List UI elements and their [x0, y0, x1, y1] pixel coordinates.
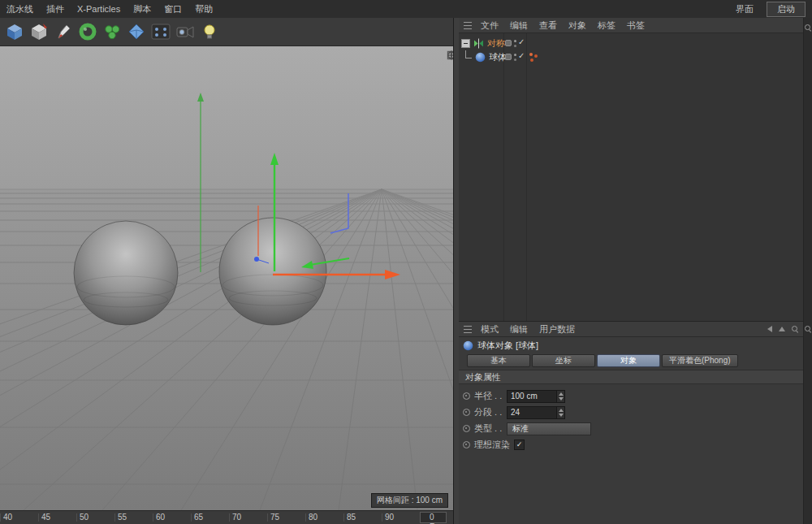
om-menu-tags[interactable]: 标签: [592, 19, 621, 32]
attribute-tabs: 基本 坐标 对象 平滑着色(Phong): [459, 353, 804, 370]
tab-object[interactable]: 对象: [597, 354, 660, 367]
spline-pen-icon[interactable]: [52, 21, 74, 43]
om-menu-bookmarks[interactable]: 书签: [621, 19, 650, 32]
menu-pipeline[interactable]: 流水线: [0, 3, 40, 15]
ruler-tick: 80: [305, 513, 343, 522]
keyframe-dot-icon[interactable]: [463, 409, 470, 416]
menu-help[interactable]: 帮助: [188, 3, 219, 15]
timeline-ruler[interactable]: 40 45 50 55 60 65 70 75 80 85 90 0 F: [0, 510, 453, 524]
ruler-tick: 75: [267, 513, 305, 522]
cube-primitive-icon[interactable]: [3, 21, 25, 43]
search-icon[interactable]: [792, 326, 799, 333]
collapse-toggle-icon[interactable]: [461, 39, 470, 48]
search-icon[interactable]: [805, 24, 812, 32]
object-manager: 文件 编辑 查看 对象 标签 书签 对称: [459, 18, 804, 321]
field-label: 半径 . .: [474, 390, 507, 402]
array-grid-icon[interactable]: [149, 21, 171, 43]
layer-swatch[interactable]: [505, 40, 512, 46]
menu-plugins[interactable]: 插件: [40, 3, 71, 15]
am-menu-userdata[interactable]: 用户数据: [533, 323, 581, 336]
menubar-right: 界面 启动: [729, 2, 812, 17]
panel-menu-icon[interactable]: [464, 326, 472, 333]
sphere-right-selected[interactable]: [219, 218, 326, 325]
field-type: 类型 . . 标准: [459, 422, 804, 435]
tab-phong[interactable]: 平滑着色(Phong): [662, 354, 738, 367]
viewport-3d[interactable]: 网格间距 : 100 cm: [0, 46, 453, 510]
object-label[interactable]: 球体: [489, 51, 507, 63]
cinema4d-window: 流水线 插件 X-Particles 脚本 窗口 帮助 界面 启动: [0, 0, 812, 524]
grid-spacing-badge: 网格间距 : 100 cm: [371, 493, 448, 508]
object-row-sphere[interactable]: 球体 ✓: [459, 50, 804, 64]
sphere-left[interactable]: [74, 221, 178, 325]
segments-spinner[interactable]: [557, 406, 565, 419]
attribute-manager: 模式 编辑 用户数据 球体对象 [球体] 基本 坐标 对象 平滑着色: [459, 321, 804, 524]
om-menu-view[interactable]: 查看: [533, 19, 563, 32]
field-segments: 分段 . . 24: [459, 405, 804, 419]
hierarchy-up-icon[interactable]: [779, 327, 785, 331]
tree-connector: [465, 50, 472, 58]
sphere-object-icon: [463, 340, 473, 351]
menu-window[interactable]: 窗口: [158, 3, 188, 15]
keyframe-dot-icon[interactable]: [463, 392, 470, 400]
attribute-object-title: 球体对象 [球体]: [459, 337, 804, 353]
viewport-scene: [0, 46, 453, 510]
object-row-symmetry[interactable]: 对称 ✓: [459, 37, 804, 50]
field-label: 类型 . .: [474, 422, 507, 435]
om-menu-file[interactable]: 文件: [475, 19, 504, 32]
om-menu-object[interactable]: 对象: [563, 19, 592, 32]
ruler-tick: 65: [191, 513, 229, 522]
ruler-tick: 70: [229, 513, 267, 522]
segments-input[interactable]: 24: [507, 406, 557, 419]
ruler-tick: 85: [343, 513, 382, 522]
history-back-icon[interactable]: [767, 326, 772, 332]
layout-selector-dropdown[interactable]: 启动: [767, 2, 806, 17]
am-history-controls: [767, 326, 804, 333]
panel-scroll-strip[interactable]: [803, 18, 812, 524]
attribute-fields: 半径 . . 100 cm 分段 . . 24 类型 . . 标准: [459, 384, 804, 452]
field-radius: 半径 . . 100 cm: [459, 389, 804, 403]
platonic-gem-icon[interactable]: [125, 21, 147, 43]
cluster-array-icon[interactable]: [101, 21, 123, 43]
maximize-view-icon[interactable]: [447, 50, 453, 60]
attribute-menubar: 模式 编辑 用户数据: [459, 322, 804, 337]
om-menu-edit[interactable]: 编辑: [504, 19, 533, 32]
null-cube-icon[interactable]: [28, 21, 50, 43]
panel-menu-icon[interactable]: [464, 22, 472, 29]
current-frame-box[interactable]: 0 F: [420, 512, 447, 523]
object-toolbar: [0, 18, 453, 46]
keyframe-dot-icon[interactable]: [463, 441, 470, 448]
radius-input[interactable]: 100 cm: [507, 390, 557, 403]
particle-tag-icon[interactable]: [529, 53, 533, 56]
radius-spinner[interactable]: [557, 390, 565, 403]
field-label: 分段 . .: [474, 406, 507, 418]
enable-check-icon[interactable]: ✓: [518, 37, 525, 46]
enable-check-icon[interactable]: ✓: [518, 51, 525, 60]
ruler-tick: 90: [382, 513, 420, 522]
layer-swatch[interactable]: [505, 54, 512, 60]
camera-icon[interactable]: [174, 21, 196, 43]
visibility-dots-icon[interactable]: [514, 54, 516, 56]
ruler-tick: 45: [38, 513, 76, 522]
menu-xparticles[interactable]: X-Particles: [71, 4, 127, 14]
visibility-dots-icon[interactable]: [514, 40, 516, 42]
am-menu-mode[interactable]: 模式: [475, 323, 504, 336]
symmetry-object-icon: [473, 38, 484, 49]
keyframe-dot-icon[interactable]: [463, 425, 470, 432]
menu-script[interactable]: 脚本: [127, 3, 158, 15]
object-manager-menubar: 文件 编辑 查看 对象 标签 书签: [459, 18, 804, 33]
am-menu-edit[interactable]: 编辑: [504, 323, 533, 336]
torus-generator-icon[interactable]: [76, 21, 98, 43]
search-icon[interactable]: [805, 326, 812, 333]
object-title-text: 球体对象 [球体]: [477, 340, 538, 352]
ruler-tick: 40: [0, 513, 38, 522]
section-object-properties[interactable]: 对象属性: [459, 370, 804, 384]
column-divider: [526, 33, 527, 321]
light-icon[interactable]: [198, 21, 220, 43]
object-tree: 对称 ✓ 球体 ✓: [459, 33, 804, 321]
object-label[interactable]: 对称: [487, 37, 505, 50]
type-dropdown[interactable]: 标准: [507, 422, 591, 435]
tab-coordinates[interactable]: 坐标: [532, 354, 595, 367]
render-perfect-checkbox[interactable]: ✓: [514, 440, 525, 450]
main-menubar: 流水线 插件 X-Particles 脚本 窗口 帮助 界面 启动: [0, 0, 812, 19]
tab-basic[interactable]: 基本: [467, 354, 530, 367]
